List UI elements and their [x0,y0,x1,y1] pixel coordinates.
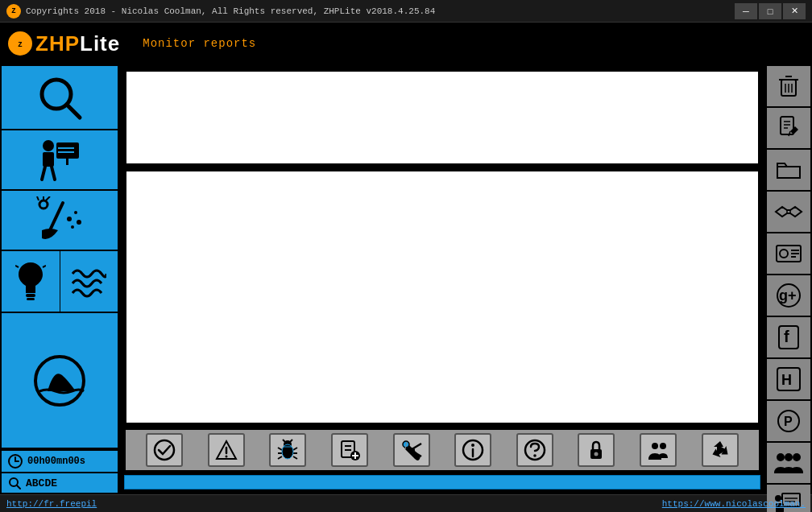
app-header: Z ZHPLite Monitor reports [0,23,812,64]
right-handshake-btn[interactable] [767,192,810,233]
trash-icon [777,73,800,99]
svg-point-18 [74,211,77,214]
toolbar-lock-btn[interactable] [578,433,615,467]
right-hospital-btn[interactable]: H [767,359,810,401]
facebook-icon: f [777,324,800,350]
right-folder-btn[interactable] [767,150,810,192]
main-layout: 00h00mn00s ABCDE [0,64,812,494]
toolbar-question-btn[interactable] [516,433,553,467]
svg-line-44 [283,440,285,442]
left-sidebar: 00h00mn00s ABCDE [0,64,119,494]
maximize-button[interactable]: □ [759,3,781,19]
svg-line-31 [17,485,20,489]
svg-line-43 [293,456,297,459]
toolbar-group-btn[interactable] [640,433,677,467]
right-trash-btn[interactable] [767,66,810,108]
close-button[interactable]: ✕ [783,3,806,19]
svg-point-17 [67,217,72,221]
svg-text:H: H [781,372,792,388]
info-icon [462,439,484,461]
toolbar-wrench-btn[interactable] [393,433,430,467]
svg-line-40 [278,456,282,459]
svg-line-41 [293,448,297,450]
lightbulb-icon [15,261,46,303]
status-right-link[interactable]: https://www.nicolascoolman. [662,499,806,509]
toolbar-recycle-btn[interactable] [702,433,739,467]
logo-circle-icon: Z [8,31,32,56]
svg-line-45 [290,440,292,442]
document-edit-icon [777,115,800,141]
group-icon [647,439,669,461]
right-people-btn[interactable] [767,443,810,485]
status-bar: http://fr.freepil https://www.nicolascoo… [0,494,812,512]
sidebar-clean-icon-btn[interactable] [2,191,118,251]
svg-line-13 [46,196,50,200]
svg-point-97 [793,453,801,461]
svg-line-14 [37,196,39,200]
toolbar [124,428,760,472]
toolbar-info-btn[interactable] [454,433,491,467]
sidebar-timer-row: 00h00mn00s [2,449,118,472]
content-panel-bottom [124,169,760,425]
sidebar-presentation-icon-btn[interactable] [2,130,118,191]
toolbar-warning-btn[interactable] [208,433,245,467]
right-facebook-btn[interactable]: f [767,317,810,359]
question-icon [524,439,546,461]
reports-word: reports [203,37,256,50]
sidebar-search-icon-btn[interactable] [2,66,118,130]
sidebar-search-row[interactable]: ABCDE [2,472,118,493]
monitor-word: Monitor [143,37,203,50]
sidebar-lightbulb-btn[interactable] [2,251,60,312]
app-logo-small: Z [6,4,21,19]
right-gplus-btn[interactable]: g+ [767,275,810,317]
shark-icon [31,353,88,409]
minimize-button[interactable]: ─ [735,3,757,19]
warning-icon [215,439,238,461]
clean-icon [34,196,85,245]
parking-icon: P [776,408,802,434]
svg-line-78 [789,131,790,136]
search-icon [34,72,85,123]
presentation-icon [34,136,85,184]
svg-rect-7 [66,159,68,165]
svg-rect-22 [27,298,35,300]
status-left-link[interactable]: http://fr.freepil [6,499,97,509]
right-contact-btn[interactable] [767,233,810,275]
monitor-label: Monitor reports [143,37,256,50]
bottom-blue-bar [124,475,760,489]
toolbar-checkmark-btn[interactable] [146,433,183,467]
svg-line-9 [52,167,55,180]
sidebar-waves-btn[interactable] [60,251,118,312]
mini-search-icon [8,477,21,489]
right-parking-btn[interactable]: P [767,401,810,443]
right-sidebar: g+ f H P [765,64,812,494]
svg-text:P: P [784,415,793,428]
toolbar-bug-btn[interactable] [269,433,306,467]
logo-text: ZHPLite [35,31,120,56]
people-icon [774,451,803,475]
svg-rect-21 [26,294,35,297]
window-controls[interactable]: ─ □ ✕ [735,3,806,19]
svg-line-56 [413,444,421,448]
handshake-icon [774,200,803,223]
sidebar-shark-icon-btn[interactable] [2,313,118,449]
svg-rect-6 [56,142,79,159]
svg-line-16 [50,203,63,230]
title-bar-left: Z Copyrights 2018 - Nicolas Coolman, All… [6,4,435,19]
wrench-icon [400,439,423,461]
contact-card-icon [775,242,802,265]
toolbar-docadd-btn[interactable] [331,433,368,467]
svg-point-95 [777,453,785,461]
svg-point-65 [594,452,599,456]
svg-point-60 [471,444,474,447]
document-add-icon [338,439,361,461]
svg-point-96 [785,453,793,461]
sidebar-bottom: 00h00mn00s ABCDE [2,449,118,493]
timer-text: 00h00mn00s [27,456,85,467]
right-docedit-btn[interactable] [767,108,810,150]
app-logo: Z ZHPLite [8,31,120,56]
center-content [119,64,765,494]
svg-point-32 [155,440,174,460]
hospital-icon: H [776,366,802,392]
svg-line-24 [15,266,19,267]
